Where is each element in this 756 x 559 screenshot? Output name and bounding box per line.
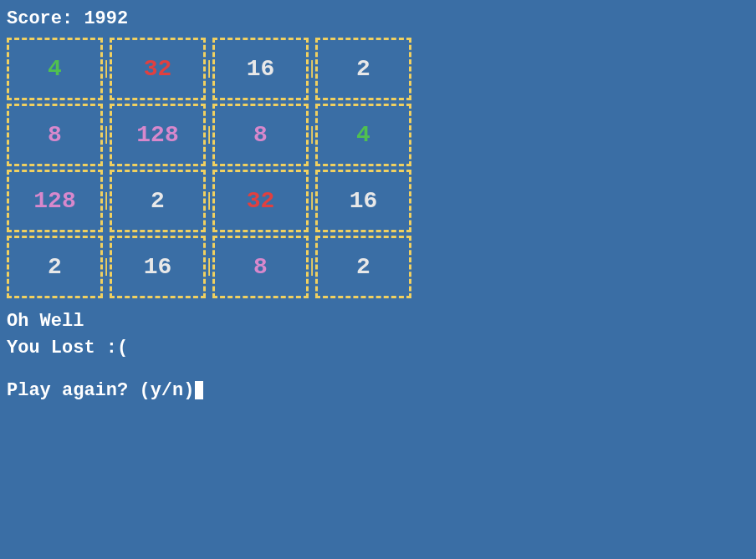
- cell-wrapper-2-2: 32|: [212, 170, 315, 232]
- play-again-section: Play again? (y/n): [7, 380, 749, 401]
- cell-wrapper-1-3: 4: [315, 104, 411, 166]
- cell-wrapper-2-0: 128|: [7, 170, 110, 232]
- cell-wrapper-3-2: 8|: [212, 236, 315, 298]
- cell-wrapper-0-2: 16|: [212, 38, 315, 100]
- cell-0-3: 2: [315, 38, 411, 100]
- cursor: [195, 381, 203, 399]
- cell-0-2: 16: [212, 38, 309, 100]
- grid-row-3: 2|16|8|2: [7, 236, 411, 298]
- grid-row-0: 4|32|16|2: [7, 38, 411, 100]
- cell-sep-1-1: |: [206, 125, 212, 145]
- cell-sep-2-0: |: [103, 191, 110, 211]
- cell-wrapper-1-0: 8|: [7, 104, 110, 166]
- cell-3-1: 16: [110, 236, 206, 298]
- cell-sep-3-2: |: [309, 257, 315, 277]
- cell-3-0: 2: [7, 236, 103, 298]
- cell-0-0: 4: [7, 38, 103, 100]
- cell-1-0: 8: [7, 104, 103, 166]
- game-container: Score: 1992 4|32|16|28|128|8|4128|2|32|1…: [0, 0, 756, 409]
- cell-2-1: 2: [110, 170, 206, 232]
- cell-sep-0-2: |: [309, 58, 315, 79]
- cell-wrapper-3-0: 2|: [7, 236, 110, 298]
- cell-1-2: 8: [212, 104, 309, 166]
- message-line2: You Lost :(: [7, 335, 749, 362]
- play-again-prompt: Play again? (y/n): [7, 380, 194, 401]
- score-display: Score: 1992: [7, 8, 749, 29]
- cell-3-3: 2: [315, 236, 411, 298]
- cell-wrapper-2-3: 16: [315, 170, 411, 232]
- cell-2-2: 32: [212, 170, 309, 232]
- cell-sep-3-0: |: [103, 257, 110, 277]
- cell-wrapper-3-1: 16|: [110, 236, 212, 298]
- cell-0-1: 32: [110, 38, 206, 100]
- cell-sep-2-1: |: [206, 191, 212, 211]
- cell-wrapper-1-2: 8|: [212, 104, 315, 166]
- grid-row-1: 8|128|8|4: [7, 104, 411, 166]
- messages: Oh Well You Lost :(: [7, 308, 749, 362]
- message-line1: Oh Well: [7, 308, 749, 335]
- cell-3-2: 8: [212, 236, 309, 298]
- cell-2-3: 16: [315, 170, 411, 232]
- cell-sep-2-2: |: [309, 191, 315, 211]
- cell-sep-0-0: |: [103, 58, 110, 79]
- cell-wrapper-3-3: 2: [315, 236, 411, 298]
- cell-wrapper-0-0: 4|: [7, 38, 110, 100]
- game-grid: 4|32|16|28|128|8|4128|2|32|162|16|8|2: [7, 38, 411, 302]
- cell-2-0: 128: [7, 170, 103, 232]
- cell-sep-3-1: |: [206, 257, 212, 277]
- cell-wrapper-0-3: 2: [315, 38, 411, 100]
- cell-wrapper-0-1: 32|: [110, 38, 212, 100]
- cell-1-3: 4: [315, 104, 411, 166]
- cell-wrapper-1-1: 128|: [110, 104, 212, 166]
- cell-sep-0-1: |: [206, 58, 212, 79]
- cell-sep-1-0: |: [103, 125, 110, 145]
- cell-1-1: 128: [110, 104, 206, 166]
- cell-sep-1-2: |: [309, 125, 315, 145]
- grid-row-2: 128|2|32|16: [7, 170, 411, 232]
- cell-wrapper-2-1: 2|: [110, 170, 212, 232]
